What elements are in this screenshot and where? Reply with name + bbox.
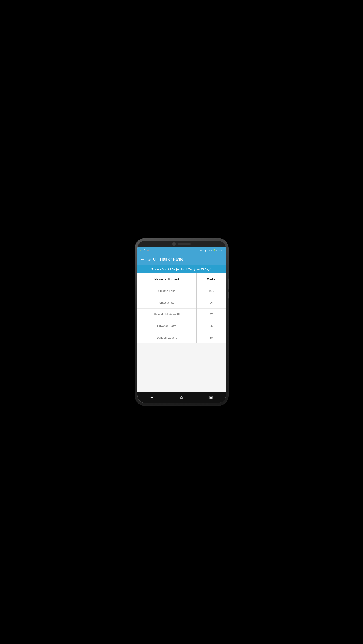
sub-header: Toppers from All Subject Mock Test (Last… bbox=[137, 265, 226, 274]
student-marks: 85 bbox=[196, 332, 226, 344]
column-header-name: Name of Student bbox=[137, 274, 196, 285]
network-type: 4G bbox=[200, 249, 203, 251]
clock: 3:56 pm bbox=[216, 249, 224, 251]
recents-nav-button[interactable]: ▣ bbox=[207, 393, 215, 402]
android-icon: 🤖 bbox=[147, 249, 150, 251]
camera-lens bbox=[172, 242, 176, 246]
screen-content: ⚡ ⟨/⟩ 🤖 4G 80% 🔋 3:56 pm bbox=[137, 247, 226, 403]
column-header-marks: Marks bbox=[196, 274, 226, 285]
student-name: Hussain Murtaza Ali bbox=[137, 308, 196, 320]
table-row: Priyanka Patra85 bbox=[137, 320, 226, 332]
home-nav-button[interactable]: ⌂ bbox=[178, 393, 186, 402]
code-icon: ⟨/⟩ bbox=[143, 249, 146, 251]
volume-down-button[interactable] bbox=[228, 292, 229, 298]
table-row: Srilatha Kolla155 bbox=[137, 285, 226, 297]
battery-icon: 🔋 bbox=[213, 249, 216, 251]
status-bar: ⚡ ⟨/⟩ 🤖 4G 80% 🔋 3:56 pm bbox=[137, 247, 226, 253]
student-marks: 87 bbox=[196, 308, 226, 320]
header-row: Name of Student Marks bbox=[137, 274, 226, 285]
phone-device: ⚡ ⟨/⟩ 🤖 4G 80% 🔋 3:56 pm bbox=[135, 238, 228, 406]
signal-strength-icon bbox=[204, 249, 207, 252]
battery-percent: 80% bbox=[208, 249, 212, 251]
student-name: Priyanka Patra bbox=[137, 320, 196, 332]
speaker-grill bbox=[177, 243, 191, 245]
leaderboard-table: Name of Student Marks Srilatha Kolla155S… bbox=[137, 274, 226, 343]
usb-icon: ⚡ bbox=[140, 249, 142, 251]
volume-up-button[interactable] bbox=[228, 278, 229, 290]
table-row: Hussain Murtaza Ali87 bbox=[137, 308, 226, 320]
app-bar: ← GTO : Hall of Fame bbox=[137, 253, 226, 265]
student-marks: 85 bbox=[196, 320, 226, 332]
table-header: Name of Student Marks bbox=[137, 274, 226, 285]
phone-top-hardware bbox=[137, 241, 226, 247]
status-right-info: 4G 80% 🔋 3:56 pm bbox=[200, 249, 224, 252]
phone-screen: ⚡ ⟨/⟩ 🤖 4G 80% 🔋 3:56 pm bbox=[137, 241, 226, 403]
student-name: Shweta Rai bbox=[137, 297, 196, 308]
student-marks: 96 bbox=[196, 297, 226, 308]
back-button[interactable]: ← bbox=[140, 257, 145, 262]
sub-header-text: Toppers from All Subject Mock Test (Last… bbox=[152, 268, 212, 271]
back-nav-button[interactable]: ↩ bbox=[148, 393, 156, 402]
status-left-icons: ⚡ ⟨/⟩ 🤖 bbox=[140, 249, 150, 251]
table-body: Srilatha Kolla155Shweta Rai96Hussain Mur… bbox=[137, 285, 226, 344]
app-title: GTO : Hall of Fame bbox=[148, 257, 184, 262]
table-row: Ganesh Lahane85 bbox=[137, 332, 226, 344]
bottom-navigation: ↩ ⌂ ▣ bbox=[137, 392, 226, 403]
table-container: Name of Student Marks Srilatha Kolla155S… bbox=[137, 274, 226, 392]
student-name: Srilatha Kolla bbox=[137, 285, 196, 297]
student-marks: 155 bbox=[196, 285, 226, 297]
student-name: Ganesh Lahane bbox=[137, 332, 196, 344]
table-row: Shweta Rai96 bbox=[137, 297, 226, 308]
